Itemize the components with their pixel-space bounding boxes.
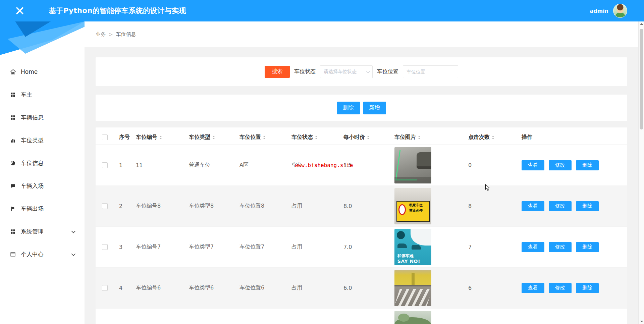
sidebar-item-车主[interactable]: 车主 xyxy=(0,83,85,106)
sort-icon[interactable] xyxy=(492,134,494,141)
comment-icon xyxy=(10,183,18,189)
sidebar-item-车位信息[interactable]: 车位信息 xyxy=(0,152,85,174)
sort-icon[interactable] xyxy=(159,134,162,141)
row-checkbox[interactable] xyxy=(102,162,108,168)
row-checkbox[interactable] xyxy=(102,203,108,209)
row-checkbox[interactable] xyxy=(102,244,108,250)
chevron-down-icon xyxy=(71,252,76,256)
row-action-修改-button[interactable]: 修改 xyxy=(549,283,572,293)
column-header[interactable]: 每小时价 xyxy=(342,134,393,141)
vertical-scrollbar[interactable] xyxy=(638,21,644,324)
row-action-删除-button[interactable]: 删除 xyxy=(576,283,599,293)
select-all-checkbox[interactable] xyxy=(102,134,108,140)
column-header[interactable]: 车位编号 xyxy=(134,134,187,141)
column-header: 操作 xyxy=(520,134,627,141)
breadcrumb-section[interactable]: 业务 xyxy=(96,31,106,38)
status-select[interactable]: 请选择车位状态 xyxy=(320,65,373,78)
add-button[interactable]: 新增 xyxy=(363,102,386,114)
cell-slot-image xyxy=(393,147,467,183)
status-filter-label: 车位状态 xyxy=(294,68,316,75)
home-icon xyxy=(10,69,18,75)
row-action-查看-button[interactable]: 查看 xyxy=(522,283,544,293)
row-action-删除-button[interactable]: 删除 xyxy=(576,242,599,252)
sidebar-item-系统管理[interactable]: 系统管理 xyxy=(0,220,85,243)
row-action-删除-button[interactable]: 删除 xyxy=(576,160,599,170)
cell-slot-location: 车位位置6 xyxy=(238,284,290,291)
sidebar-item-车辆入场[interactable]: 车辆入场 xyxy=(0,174,85,197)
sidebar-item-label: 车位类型 xyxy=(21,137,44,144)
grid-icon xyxy=(10,92,18,98)
user-avatar[interactable] xyxy=(613,4,627,18)
row-action-修改-button[interactable]: 修改 xyxy=(549,160,572,170)
location-filter-label: 车位位置 xyxy=(377,68,398,75)
row-action-修改-button[interactable]: 修改 xyxy=(549,242,572,252)
chart-icon xyxy=(10,137,18,143)
cell-click-count: 0 xyxy=(467,162,520,168)
sidebar-menu: Home车主车辆信息车位类型车位信息车辆入场车辆出场系统管理个人中心 xyxy=(0,60,85,266)
row-checkbox-cell xyxy=(96,244,114,250)
sort-icon[interactable] xyxy=(212,134,215,141)
row-actions: 查看修改删除 xyxy=(520,160,627,170)
parking-image[interactable]: 私家车位 禁止占停 xyxy=(394,188,431,224)
sidebar-item-label: 车位信息 xyxy=(21,159,44,167)
scroll-down-arrow-icon[interactable] xyxy=(640,321,643,322)
cell-slot-type: 车位类型8 xyxy=(187,203,238,210)
row-action-删除-button[interactable]: 删除 xyxy=(576,201,599,211)
mouse-cursor-icon xyxy=(484,184,491,193)
column-header[interactable]: 车位图片 xyxy=(393,134,467,141)
cell-hourly-price: 7.0 xyxy=(342,244,393,250)
sidebar-item-车辆信息[interactable]: 车辆信息 xyxy=(0,106,85,129)
location-input[interactable] xyxy=(403,65,458,78)
row-checkbox-cell xyxy=(96,285,114,291)
row-checkbox[interactable] xyxy=(102,285,108,291)
table-row: 3 车位编号7 车位类型7 车位位置7 占用 7.0 和停车难 SAY NO! … xyxy=(96,227,627,268)
scrollbar-thumb[interactable] xyxy=(640,29,643,129)
row-action-查看-button[interactable]: 查看 xyxy=(522,160,544,170)
sidebar-item-车辆出场[interactable]: 车辆出场 xyxy=(0,197,85,220)
watermark-text: www.bishebang.site xyxy=(295,162,353,168)
column-header[interactable]: 车位类型 xyxy=(187,134,238,141)
cell-index: 2 xyxy=(114,203,134,209)
delete-button[interactable]: 删除 xyxy=(337,102,360,114)
row-action-查看-button[interactable]: 查看 xyxy=(522,201,544,211)
search-button[interactable]: 搜索 xyxy=(265,66,290,78)
cell-click-count: 7 xyxy=(467,244,520,250)
sidebar-item-label: 车辆信息 xyxy=(21,114,44,121)
sort-icon[interactable] xyxy=(418,134,421,141)
cell-slot-image: 和停车难 SAY NO! xyxy=(393,229,467,265)
sidebar-item-个人中心[interactable]: 个人中心 xyxy=(0,243,85,266)
column-header[interactable]: 点击次数 xyxy=(467,134,520,141)
cell-index: 1 xyxy=(114,162,134,168)
sort-icon[interactable] xyxy=(315,134,318,141)
image-caption-line1: 和停车难 xyxy=(397,254,414,258)
parking-image[interactable] xyxy=(394,270,431,306)
parking-image[interactable]: 和停车难 SAY NO! xyxy=(394,229,431,265)
flag-icon xyxy=(10,206,18,212)
sidebar-item-Home[interactable]: Home xyxy=(0,60,85,83)
image-caption-line2: SAY NO! xyxy=(397,259,420,264)
column-header[interactable]: 车位位置 xyxy=(238,134,290,141)
sort-icon[interactable] xyxy=(367,134,370,141)
parking-image[interactable] xyxy=(394,147,431,183)
scroll-up-arrow-icon[interactable] xyxy=(640,23,643,25)
cell-slot-number: 11 xyxy=(134,162,187,168)
row-action-查看-button[interactable]: 查看 xyxy=(522,242,544,252)
table-body: 1 11 普通车位 A区 空位 1.5 0 查看修改删除 2 车位编号8 车位类… xyxy=(96,145,627,324)
sort-icon[interactable] xyxy=(263,134,266,141)
sidebar-item-label: 车辆入场 xyxy=(21,182,44,190)
row-actions: 查看修改删除 xyxy=(520,242,627,252)
close-icon[interactable] xyxy=(14,5,25,16)
sidebar-item-label: Home xyxy=(21,68,38,75)
image-caption-line1: 私家车位 xyxy=(409,203,423,207)
column-header[interactable]: 车位状态 xyxy=(290,134,342,141)
cell-slot-number: 车位编号8 xyxy=(134,203,187,210)
cell-slot-type: 普通车位 xyxy=(187,162,238,169)
row-action-修改-button[interactable]: 修改 xyxy=(549,201,572,211)
sidebar-item-车位类型[interactable]: 车位类型 xyxy=(0,129,85,152)
grid-icon xyxy=(10,228,18,234)
sidebar-decoration xyxy=(0,21,85,55)
top-header: 基于Python的智能停车系统的设计与实现 admin xyxy=(0,0,644,21)
data-table: 序号车位编号车位类型车位位置车位状态每小时价车位图片点击次数操作 1 11 普通… xyxy=(96,127,627,324)
username-label[interactable]: admin xyxy=(590,8,608,14)
parking-image[interactable] xyxy=(394,311,431,324)
